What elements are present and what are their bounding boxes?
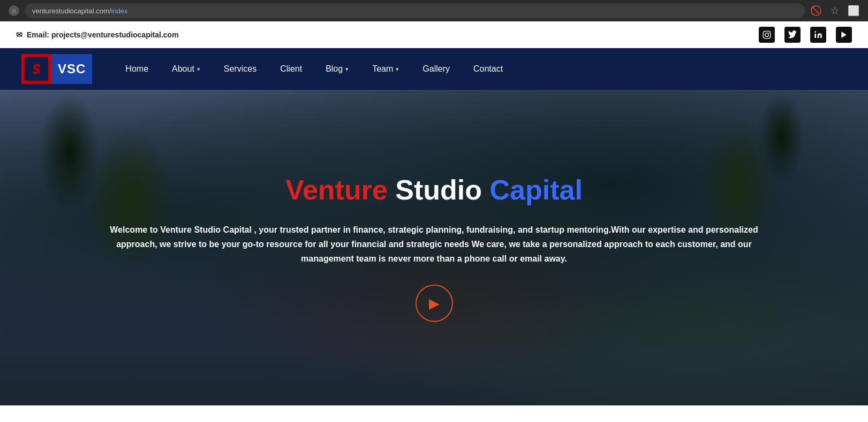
email-bar: ✉ Email: projects@venturestudiocapital.c…: [16, 30, 179, 39]
nav-team[interactable]: Team ▾: [360, 48, 411, 90]
about-chevron-icon: ▾: [197, 66, 200, 73]
nav-gallery[interactable]: Gallery: [411, 48, 462, 90]
logo-text: VSC: [51, 54, 92, 84]
star-icon[interactable]: ☆: [831, 5, 839, 17]
nav-blog[interactable]: Blog ▾: [314, 48, 360, 90]
svg-marker-5: [841, 32, 846, 38]
twitter-icon[interactable]: [784, 27, 801, 43]
svg-point-1: [765, 33, 769, 36]
hero-section: Venture Studio Capital Welcome to Ventur…: [0, 90, 868, 405]
browser-chrome: ⊙ venturestudiocapital.com/index 🚫 ☆ ⬜: [0, 0, 868, 21]
browser-tab-icon: ⊙: [9, 5, 19, 16]
hero-title-studio: Studio: [388, 174, 490, 205]
social-links: [759, 27, 852, 43]
svg-rect-3: [814, 34, 816, 38]
nav-contact[interactable]: Contact: [462, 48, 515, 90]
play-icon: ▶: [429, 295, 440, 312]
nav-home[interactable]: Home: [114, 48, 160, 90]
svg-point-4: [814, 31, 816, 33]
youtube-icon[interactable]: [836, 27, 852, 43]
hero-title: Venture Studio Capital: [92, 173, 777, 206]
logo[interactable]: $ VSC: [21, 54, 92, 84]
nav-services[interactable]: Services: [212, 48, 268, 90]
linkedin-icon[interactable]: [810, 27, 826, 43]
logo-icon-bg: $: [21, 54, 51, 84]
play-button[interactable]: ▶: [416, 285, 453, 322]
svg-rect-0: [763, 31, 770, 38]
url-base: venturestudiocapital.com/: [32, 7, 111, 15]
email-icon: ✉: [16, 30, 22, 39]
blog-chevron-icon: ▾: [345, 66, 349, 73]
instagram-icon[interactable]: [759, 27, 775, 43]
nav-about[interactable]: About ▾: [160, 48, 212, 90]
main-nav: $ VSC Home About ▾ Services Client Blog …: [0, 48, 868, 90]
hero-title-venture: Venture: [285, 174, 388, 205]
hero-description: Welcome to Venture Studio Capital , your…: [92, 222, 777, 266]
nav-client[interactable]: Client: [268, 48, 314, 90]
nav-items: Home About ▾ Services Client Blog ▾ Team…: [114, 48, 847, 90]
top-bar: ✉ Email: projects@venturestudiocapital.c…: [0, 21, 868, 48]
fullscreen-icon[interactable]: ⬜: [848, 5, 859, 17]
hero-content: Venture Studio Capital Welcome to Ventur…: [6, 173, 863, 323]
url-path: index: [111, 7, 127, 15]
logo-dollar-sign: $: [25, 57, 48, 81]
hero-title-capital: Capital: [490, 174, 583, 205]
svg-point-2: [768, 32, 769, 33]
browser-actions: 🚫 ☆ ⬜: [810, 5, 859, 17]
address-bar[interactable]: venturestudiocapital.com/index: [25, 3, 805, 18]
eyeoff-icon[interactable]: 🚫: [810, 5, 822, 17]
email-text: Email: projects@venturestudiocapital.com: [27, 30, 179, 39]
team-chevron-icon: ▾: [396, 66, 399, 73]
